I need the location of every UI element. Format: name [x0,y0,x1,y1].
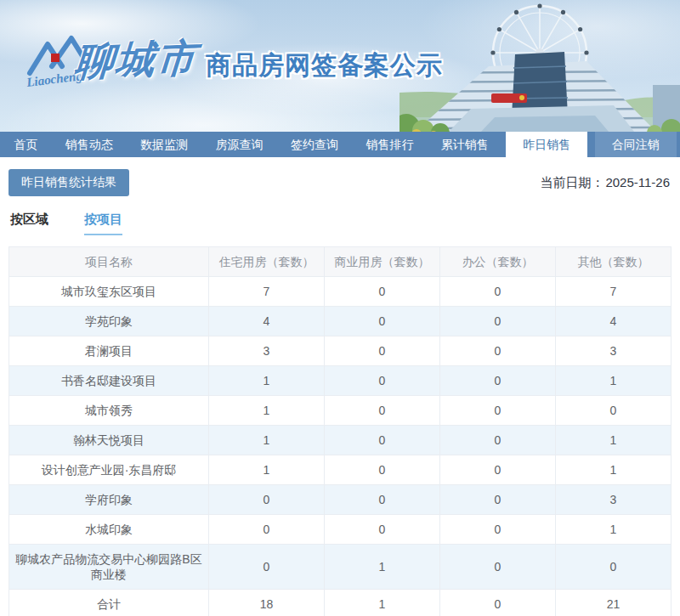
nav-item[interactable]: 首页 [3,132,48,157]
project-name-cell: 水城印象 [9,515,209,545]
count-cell: 1 [209,426,325,455]
sales-table-body: 城市玖玺东区项目7007学苑印象4004君澜项目3003书香名邸建设项目1001… [9,277,672,616]
project-name-cell: 书香名邸建设项目 [9,366,209,396]
table-row: 合计181021 [9,590,672,616]
nav-item[interactable]: 合同注销 [595,132,677,157]
count-cell: 7 [209,277,325,307]
project-name-cell: 设计创意产业园·东昌府邸 [9,455,209,485]
count-cell: 1 [209,455,325,485]
table-row: 水城印象0001 [9,515,672,545]
count-cell: 3 [556,485,672,515]
count-cell: 0 [325,366,440,396]
view-tab[interactable]: 按项目 [84,212,122,235]
column-header: 住宅用房（套数） [209,247,325,277]
site-banner: Liaocheng 聊城市 商品房网签备案公示 [0,0,680,132]
count-cell: 0 [440,426,556,455]
count-cell: 0 [440,515,556,545]
sales-table: 项目名称住宅用房（套数）商业用房（套数）办公（套数）其他（套数） 城市玖玺东区项… [8,246,672,616]
current-date-label: 当前日期： [540,175,604,189]
main-nav: 首页销售动态数据监测房源查询签约查询销售排行累计销售昨日销售合同注销 [0,132,680,157]
count-cell: 0 [209,485,325,515]
count-cell: 0 [440,366,556,396]
nav-item[interactable]: 累计销售 [431,132,499,157]
count-cell: 1 [556,426,672,455]
count-cell: 1 [209,366,325,396]
count-cell: 1 [325,590,440,616]
site-title-prefix: 聊城市 [73,32,200,89]
count-cell: 0 [209,515,325,545]
count-cell: 21 [556,590,672,616]
count-cell: 0 [325,307,440,336]
project-name-cell: 聊城农产品物流交易中心柳园路B区商业楼 [9,545,209,590]
count-cell: 0 [325,485,440,515]
nav-item[interactable]: 数据监测 [130,132,198,157]
table-row: 翰林天悦项目1001 [9,426,672,455]
column-header: 商业用房（套数） [325,247,440,277]
count-cell: 1 [209,396,325,426]
count-cell: 0 [556,545,672,590]
banner-building-ferris-wheel-image [400,0,680,132]
nav-item[interactable]: 销售排行 [355,132,423,157]
table-row: 君澜项目3003 [9,336,672,366]
table-row: 书香名邸建设项目1001 [9,366,672,396]
current-date: 当前日期：2025-11-26 [540,175,670,191]
count-cell: 0 [325,277,440,307]
count-cell: 0 [440,396,556,426]
yesterday-sales-result-button[interactable]: 昨日销售统计结果 [8,169,129,196]
count-cell: 1 [325,545,440,590]
count-cell: 1 [556,515,672,545]
count-cell: 18 [209,590,325,616]
nav-item[interactable]: 销售动态 [55,132,123,157]
current-date-value: 2025-11-26 [605,175,670,189]
toolbar: 昨日销售统计结果 当前日期：2025-11-26 [0,157,680,196]
project-name-cell: 学苑印象 [9,307,209,336]
logo-red-square [51,54,60,62]
count-cell: 4 [556,307,672,336]
count-cell: 0 [440,485,556,515]
table-row: 城市玖玺东区项目7007 [9,277,672,307]
table-row: 学府印象0003 [9,485,672,515]
table-row: 学苑印象4004 [9,307,672,336]
count-cell: 0 [556,396,672,426]
count-cell: 1 [556,455,672,485]
count-cell: 0 [325,426,440,455]
count-cell: 0 [209,545,325,590]
project-name-cell: 合计 [9,590,209,616]
view-tabs: 按区域按项目 [0,196,680,235]
column-header: 项目名称 [9,247,209,277]
project-name-cell: 翰林天悦项目 [9,426,209,455]
count-cell: 0 [325,396,440,426]
table-row: 城市领秀1000 [9,396,672,426]
column-header: 其他（套数） [556,247,672,277]
table-row: 设计创意产业园·东昌府邸1001 [9,455,672,485]
count-cell: 3 [209,336,325,366]
project-name-cell: 学府印象 [9,485,209,515]
count-cell: 1 [556,366,672,396]
count-cell: 0 [440,336,556,366]
table-row: 聊城农产品物流交易中心柳园路B区商业楼0100 [9,545,672,590]
table-wrap: 项目名称住宅用房（套数）商业用房（套数）办公（套数）其他（套数） 城市玖玺东区项… [0,235,680,616]
nav-item[interactable]: 房源查询 [206,132,274,157]
project-name-cell: 君澜项目 [9,336,209,366]
count-cell: 0 [440,545,556,590]
project-name-cell: 城市领秀 [9,396,209,426]
nav-item[interactable]: 昨日销售 [506,132,587,157]
count-cell: 4 [209,307,325,336]
count-cell: 0 [440,307,556,336]
count-cell: 0 [440,277,556,307]
view-tab[interactable]: 按区域 [10,212,48,235]
count-cell: 7 [556,277,672,307]
nav-item[interactable]: 签约查询 [280,132,348,157]
count-cell: 0 [325,515,440,545]
project-name-cell: 城市玖玺东区项目 [9,277,209,307]
count-cell: 3 [556,336,672,366]
sales-table-head: 项目名称住宅用房（套数）商业用房（套数）办公（套数）其他（套数） [9,247,672,277]
count-cell: 0 [440,455,556,485]
count-cell: 0 [440,590,556,616]
count-cell: 0 [325,455,440,485]
column-header: 办公（套数） [440,247,556,277]
count-cell: 0 [325,336,440,366]
